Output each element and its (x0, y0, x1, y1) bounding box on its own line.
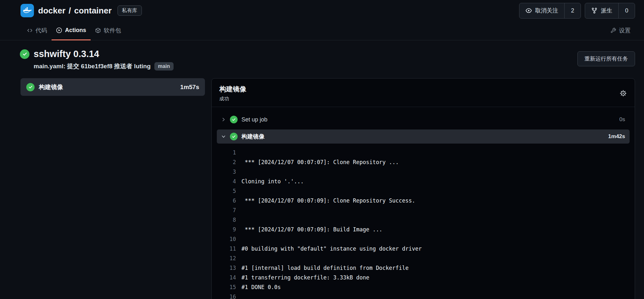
log-line-number[interactable]: 5 (217, 186, 236, 196)
log-line-text: #1 transferring dockerfile: 3.33kB done (241, 273, 369, 282)
tab-actions[interactable]: Actions (52, 21, 91, 40)
tab-code[interactable]: 代码 (22, 21, 52, 40)
log-line-number[interactable]: 14 (217, 273, 236, 282)
run-title: sshwifty 0.3.14 (34, 49, 99, 59)
log-line-text: *** [2024/12/07 00:07:07]: Clone Reposit… (241, 157, 399, 167)
tab-settings-label: 设置 (619, 27, 631, 34)
step-label: 构建镜像 (241, 133, 265, 140)
log-line[interactable]: 8 (217, 215, 630, 225)
run-content: 构建镜像 1m57s 构建镜像 成功 (0, 75, 644, 299)
log-line[interactable]: 9 *** [2024/12/07 00:07:09]: Build Image… (217, 225, 630, 234)
tab-packages-label: 软件包 (104, 27, 121, 34)
docker-whale-icon (23, 6, 32, 15)
log-line[interactable]: 14 #1 transferring dockerfile: 3.33kB do… (217, 273, 630, 282)
visibility-badge: 私有库 (118, 5, 142, 15)
job-steps: Set up job 0s 构建镜像 1m42s 1 2 *** [ (212, 107, 635, 299)
tab-packages[interactable]: 软件包 (91, 21, 126, 40)
step-status-check-icon (230, 116, 238, 123)
log-line[interactable]: 16 (217, 292, 630, 299)
log-line-number[interactable]: 7 (217, 205, 236, 215)
repo-name-link[interactable]: container (74, 6, 112, 16)
log-line-text: *** [2024/12/07 00:07:09]: Build Image .… (241, 225, 382, 234)
log-line-text: #1 [internal] load build definition from… (241, 263, 409, 273)
fork-button-label: 派生 (601, 7, 612, 14)
log-line-number[interactable]: 13 (217, 263, 236, 273)
wrench-icon (610, 28, 616, 33)
log-line-text: Cloning into '.'... (241, 177, 304, 186)
run-commit-line: main.yaml: 提交 61be1f3ef8 推送者 luting (34, 62, 151, 71)
rerun-all-jobs-button[interactable]: 重新运行所有任务 (577, 51, 635, 66)
log-line[interactable]: 10 (217, 234, 630, 244)
fork-count[interactable]: 0 (618, 3, 635, 18)
log-line-number[interactable]: 12 (217, 253, 236, 263)
log-line-number[interactable]: 2 (217, 157, 236, 167)
log-line-number[interactable]: 6 (217, 196, 236, 205)
log-line-text: #1 DONE 0.0s (241, 282, 281, 292)
log-line-text: *** [2024/12/07 00:07:09]: Clone Reposit… (241, 196, 415, 205)
tab-code-label: 代码 (36, 27, 47, 34)
log-line[interactable]: 3 (217, 167, 630, 177)
log-line[interactable]: 2 *** [2024/12/07 00:07:07]: Clone Repos… (217, 157, 630, 167)
step-label: Set up job (241, 116, 267, 123)
tab-settings[interactable]: 设置 (606, 21, 635, 40)
job-duration: 1m57s (180, 84, 199, 91)
repo-avatar[interactable] (20, 4, 34, 17)
log-line-number[interactable]: 11 (217, 244, 236, 253)
log-line-number[interactable]: 15 (217, 282, 236, 292)
log-line-number[interactable]: 4 (217, 177, 236, 186)
job-list-item[interactable]: 构建镜像 1m57s (20, 78, 205, 96)
header-actions: 取消关注 2 派生 0 (519, 3, 635, 19)
chevron-down-icon (221, 134, 226, 139)
repo-owner-link[interactable]: docker (38, 6, 65, 16)
watch-button-label: 取消关注 (535, 7, 558, 14)
job-panel-title: 构建镜像 (219, 85, 246, 94)
code-icon (27, 28, 33, 33)
log-line-text: #0 building with "default" instance usin… (241, 244, 422, 253)
log-line[interactable]: 13 #1 [internal] load build definition f… (217, 263, 630, 273)
fork-button[interactable]: 派生 0 (585, 3, 635, 19)
log-line-number[interactable]: 1 (217, 148, 236, 157)
job-log-panel: 构建镜像 成功 (211, 78, 635, 299)
job-name: 构建镜像 (39, 83, 63, 91)
log-line[interactable]: 12 (217, 253, 630, 263)
repo-breadcrumb: docker / container (38, 6, 112, 16)
log-line-number[interactable]: 9 (217, 225, 236, 234)
jobs-sidebar: 构建镜像 1m57s (20, 78, 205, 96)
job-status-check-icon (26, 83, 35, 91)
job-panel-header: 构建镜像 成功 (212, 79, 635, 107)
log-line[interactable]: 7 (217, 205, 630, 215)
step-status-check-icon (230, 133, 238, 140)
repo-tabbar: 代码 Actions 软件包 (0, 21, 644, 40)
watch-button[interactable]: 取消关注 2 (519, 3, 581, 19)
gear-icon[interactable] (619, 89, 627, 97)
run-header: sshwifty 0.3.14 main.yaml: 提交 61be1f3ef8… (0, 40, 644, 75)
watch-count[interactable]: 2 (564, 3, 581, 18)
chevron-right-icon (221, 117, 226, 122)
log-lines: 1 2 *** [2024/12/07 00:07:07]: Clone Rep… (217, 148, 630, 299)
eye-icon (526, 7, 532, 14)
step-duration: 1m42s (608, 133, 625, 140)
log-line-number[interactable]: 10 (217, 234, 236, 244)
job-panel-status: 成功 (219, 96, 246, 102)
log-line[interactable]: 4 Cloning into '.'... (217, 177, 630, 186)
run-status-check-icon (20, 49, 29, 59)
step-row-setup[interactable]: Set up job 0s (217, 112, 630, 127)
tab-actions-label: Actions (65, 27, 86, 34)
log-line[interactable]: 11 #0 building with "default" instance u… (217, 244, 630, 253)
log-line[interactable]: 1 (217, 148, 630, 157)
package-icon (95, 28, 101, 33)
log-line-number[interactable]: 3 (217, 167, 236, 177)
step-duration: 0s (619, 116, 625, 123)
breadcrumb-separator: / (69, 6, 71, 16)
fork-icon (591, 7, 598, 14)
top-header: docker / container 私有库 取消关注 2 (0, 0, 644, 21)
log-line[interactable]: 15 #1 DONE 0.0s (217, 282, 630, 292)
log-line-number[interactable]: 16 (217, 292, 236, 299)
log-line[interactable]: 5 (217, 186, 630, 196)
log-line[interactable]: 6 *** [2024/12/07 00:07:09]: Clone Repos… (217, 196, 630, 205)
step-row-build[interactable]: 构建镜像 1m42s (217, 129, 630, 144)
actions-run-page: docker / container 私有库 取消关注 2 (0, 0, 644, 299)
branch-badge[interactable]: main (154, 62, 173, 71)
run-header-left: sshwifty 0.3.14 main.yaml: 提交 61be1f3ef8… (20, 49, 174, 71)
log-line-number[interactable]: 8 (217, 215, 236, 225)
